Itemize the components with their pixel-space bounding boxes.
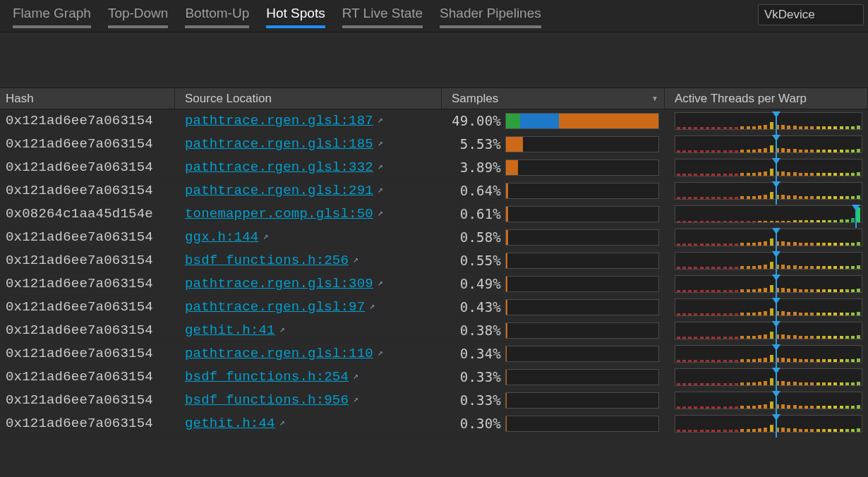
device-selector[interactable]: VkDevice	[758, 4, 864, 25]
hash-value: 0x121ad6ee7a063154	[0, 389, 175, 411]
table-row[interactable]: 0x121ad6ee7a063154ggx.h:144↗0.58%	[0, 226, 868, 249]
source-link[interactable]: pathtrace.rgen.glsl:332	[185, 159, 373, 175]
open-external-icon[interactable]: ↗	[378, 347, 383, 358]
hash-value: 0x121ad6ee7a063154	[0, 249, 175, 272]
samples-percent: 5.53%	[452, 136, 505, 152]
warp-histogram	[675, 415, 862, 433]
table-row[interactable]: 0x121ad6ee7a063154pathtrace.rgen.glsl:29…	[0, 179, 868, 203]
warp-marker-icon	[772, 368, 780, 374]
table-row[interactable]: 0x121ad6ee7a063154bsdf_functions.h:256↗0…	[0, 249, 868, 272]
samples-cell: 49.00%	[446, 109, 665, 132]
table-row[interactable]: 0x121ad6ee7a063154pathtrace.rgen.glsl:33…	[0, 156, 868, 179]
table-row[interactable]: 0x121ad6ee7a063154bsdf_functions.h:956↗0…	[0, 389, 868, 412]
source-cell: gethit.h:41↗	[179, 319, 442, 342]
source-cell: gethit.h:44↗	[179, 412, 442, 435]
tab-shader-pipelines[interactable]: Shader Pipelines	[431, 3, 550, 28]
warp-histogram	[675, 322, 862, 339]
col-header-samples[interactable]: Samples ▼	[446, 88, 665, 109]
warp-histogram	[675, 368, 862, 386]
warp-histogram	[675, 205, 862, 223]
table-row[interactable]: 0x121ad6ee7a063154pathtrace.rgen.glsl:97…	[0, 296, 868, 319]
samples-bar	[505, 183, 659, 199]
samples-bar	[505, 299, 659, 315]
table-row[interactable]: 0x121ad6ee7a063154pathtrace.rgen.glsl:18…	[0, 133, 868, 156]
hash-value: 0x121ad6ee7a063154	[0, 133, 175, 155]
samples-cell: 0.55%	[446, 249, 665, 272]
warp-marker-icon	[772, 111, 780, 118]
table-row[interactable]: 0x121ad6ee7a063154pathtrace.rgen.glsl:11…	[0, 342, 868, 366]
open-external-icon[interactable]: ↗	[263, 231, 268, 242]
samples-percent: 0.58%	[452, 229, 505, 245]
tab-hot-spots[interactable]: Hot Spots	[258, 3, 333, 28]
warp-marker-icon	[772, 344, 780, 351]
warp-histogram	[675, 298, 862, 316]
open-external-icon[interactable]: ↗	[378, 114, 383, 126]
samples-bar	[505, 206, 659, 222]
col-header-warp[interactable]: Active Threads per Warp	[669, 88, 868, 109]
source-link[interactable]: bsdf_functions.h:956	[185, 392, 349, 408]
open-external-icon[interactable]: ↗	[378, 184, 383, 195]
source-link[interactable]: bsdf_functions.h:254	[185, 369, 349, 385]
samples-cell: 5.53%	[446, 133, 665, 155]
source-link[interactable]: bsdf_functions.h:256	[185, 253, 349, 268]
source-cell: tonemapper.comp.glsl:50↗	[179, 203, 442, 225]
open-external-icon[interactable]: ↗	[353, 254, 358, 265]
samples-cell: 0.49%	[446, 272, 665, 295]
open-external-icon[interactable]: ↗	[353, 394, 358, 405]
sort-indicator-icon: ▼	[651, 95, 658, 102]
warp-histogram	[675, 135, 862, 153]
warp-cell	[669, 272, 868, 295]
samples-bar	[505, 229, 659, 246]
table-row[interactable]: 0x08264c1aa45d154etonemapper.comp.glsl:5…	[0, 203, 868, 226]
tab-top-down[interactable]: Top-Down	[100, 3, 177, 28]
samples-bar	[505, 369, 659, 385]
warp-histogram	[675, 345, 862, 363]
samples-cell: 0.33%	[446, 366, 665, 388]
warp-marker-icon	[772, 391, 780, 397]
warp-marker-icon	[772, 251, 780, 258]
open-external-icon[interactable]: ↗	[279, 417, 285, 428]
samples-percent: 0.61%	[452, 206, 505, 222]
warp-cell	[669, 319, 868, 342]
warp-histogram	[675, 229, 862, 246]
col-header-hash[interactable]: Hash	[0, 88, 175, 109]
open-external-icon[interactable]: ↗	[279, 324, 285, 335]
table-row[interactable]: 0x121ad6ee7a063154pathtrace.rgen.glsl:30…	[0, 272, 868, 296]
table-row[interactable]: 0x121ad6ee7a063154bsdf_functions.h:254↗0…	[0, 366, 868, 389]
col-header-source[interactable]: Source Location	[179, 88, 442, 109]
source-link[interactable]: gethit.h:44	[185, 416, 275, 431]
source-link[interactable]: pathtrace.rgen.glsl:291	[185, 183, 373, 198]
source-link[interactable]: pathtrace.rgen.glsl:187	[185, 113, 373, 128]
warp-cell	[669, 226, 868, 248]
open-external-icon[interactable]: ↗	[378, 277, 383, 289]
warp-marker-icon	[772, 158, 780, 164]
warp-histogram	[675, 159, 862, 176]
tab-flame-graph[interactable]: Flame Graph	[4, 3, 100, 28]
source-cell: pathtrace.rgen.glsl:97↗	[179, 296, 442, 318]
source-link[interactable]: pathtrace.rgen.glsl:97	[185, 299, 365, 315]
warp-cell	[669, 249, 868, 272]
source-link[interactable]: pathtrace.rgen.glsl:309	[185, 276, 373, 291]
open-external-icon[interactable]: ↗	[369, 301, 375, 312]
table-row[interactable]: 0x121ad6ee7a063154pathtrace.rgen.glsl:18…	[0, 109, 868, 133]
samples-percent: 0.49%	[452, 276, 505, 291]
warp-cell	[669, 156, 868, 179]
open-external-icon[interactable]: ↗	[378, 207, 383, 219]
open-external-icon[interactable]: ↗	[378, 161, 383, 172]
tab-bottom-up[interactable]: Bottom-Up	[176, 3, 258, 28]
source-cell: bsdf_functions.h:256↗	[179, 249, 442, 272]
source-link[interactable]: gethit.h:41	[185, 322, 275, 338]
source-link[interactable]: pathtrace.rgen.glsl:185	[185, 136, 373, 152]
tab-rt-live-state[interactable]: RT Live State	[334, 3, 431, 28]
open-external-icon[interactable]: ↗	[378, 138, 383, 149]
open-external-icon[interactable]: ↗	[353, 370, 358, 382]
source-link[interactable]: pathtrace.rgen.glsl:110	[185, 346, 373, 361]
warp-marker-icon	[772, 181, 780, 188]
table-row[interactable]: 0x121ad6ee7a063154gethit.h:44↗0.30%	[0, 412, 868, 435]
samples-cell: 0.30%	[446, 412, 665, 435]
source-link[interactable]: tonemapper.comp.glsl:50	[185, 206, 373, 222]
source-link[interactable]: ggx.h:144	[185, 229, 258, 245]
warp-marker-icon	[772, 228, 780, 234]
hash-value: 0x121ad6ee7a063154	[0, 109, 175, 132]
table-row[interactable]: 0x121ad6ee7a063154gethit.h:41↗0.38%	[0, 319, 868, 342]
